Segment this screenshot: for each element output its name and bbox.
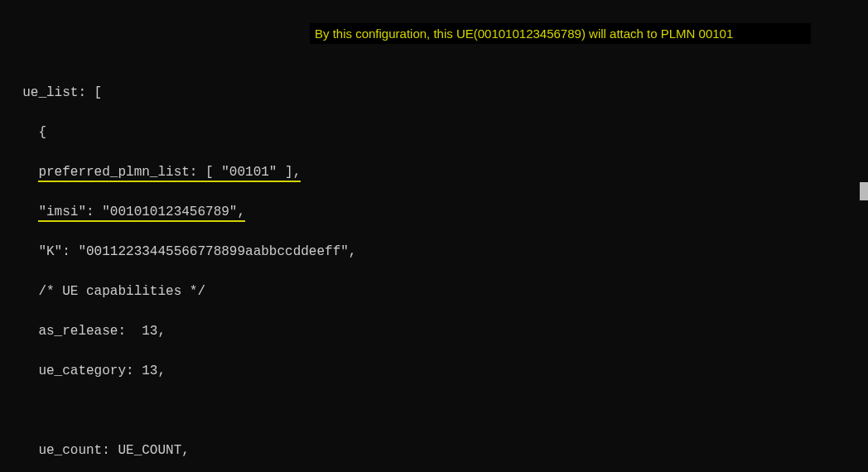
code-line: { xyxy=(0,123,868,142)
annotation-text: By this configuration, this UE(001010123… xyxy=(315,26,733,41)
code-text: /* UE capabilities */ xyxy=(7,284,205,299)
code-line: as_release: 13, xyxy=(0,321,868,341)
scrollbar-thumb[interactable] xyxy=(860,182,868,200)
code-line: ue_count: UE_COUNT, xyxy=(0,441,868,460)
code-text: as_release: 13, xyxy=(7,324,166,339)
code-text: "K": "00112233445566778899aabbccddeeff", xyxy=(7,244,356,259)
code-line-highlighted: "imsi": "001010123456789", xyxy=(0,202,868,222)
code-text: { xyxy=(7,125,46,140)
code-text: ue_list: [ xyxy=(7,85,102,100)
indent xyxy=(7,165,38,180)
code-comment: /* UE capabilities */ xyxy=(0,282,868,301)
code-line: ue_category: 13, xyxy=(0,361,868,381)
code-line xyxy=(0,401,868,421)
annotation-callout: By this configuration, this UE(001010123… xyxy=(310,23,811,44)
code-line-highlighted: preferred_plmn_list: [ "00101" ], xyxy=(0,162,868,182)
code-text: ue_category: 13, xyxy=(7,364,166,378)
code-line: ue_list: [ xyxy=(0,83,868,103)
code-text: ue_count: UE_COUNT, xyxy=(7,443,190,458)
underlined-text: "imsi": "001010123456789", xyxy=(38,205,245,222)
indent xyxy=(7,205,38,219)
code-line: "K": "00112233445566778899aabbccddeeff", xyxy=(0,242,868,262)
underlined-text: preferred_plmn_list: [ "00101" ], xyxy=(38,165,301,182)
